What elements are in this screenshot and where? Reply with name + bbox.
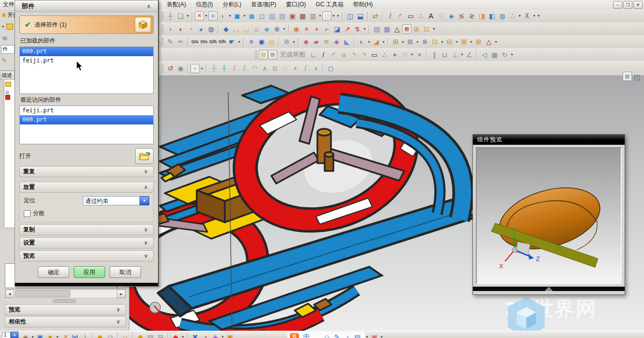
toolbar-icon[interactable]: ▾ xyxy=(204,11,208,21)
toolbar-icon[interactable]: ▾ xyxy=(494,37,498,47)
toolbar-icon[interactable]: ∴ xyxy=(507,11,518,21)
toolbar-icon[interactable]: ┼ xyxy=(209,63,219,74)
toolbar-icon[interactable]: ▨ xyxy=(267,11,277,21)
toolbar-icon[interactable]: ◍ xyxy=(206,24,216,34)
toolbar-icon[interactable]: ◉ xyxy=(291,24,301,34)
toolbar-icon[interactable]: ◡ xyxy=(231,24,241,34)
toolbar-icon[interactable]: ◔ xyxy=(186,24,196,34)
toolbar-icon[interactable]: ◆ xyxy=(301,37,311,47)
dependency-panel-bar[interactable]: 相依性 ∨ xyxy=(5,316,126,327)
toolbar-icon[interactable]: ≋ xyxy=(321,37,331,47)
toolbar-icon[interactable]: ▾ xyxy=(55,332,60,338)
toolbar-icon[interactable] xyxy=(206,64,207,73)
toolbar-icon[interactable]: ◆ xyxy=(171,332,181,338)
toolbar-icon[interactable]: ★ xyxy=(45,332,55,338)
toolbar-icon[interactable]: ▤ xyxy=(372,24,382,34)
navigator-tree[interactable]: ⊟ xyxy=(4,80,15,227)
toolbar-icon[interactable]: ┼ xyxy=(219,63,229,74)
toolbar-icon[interactable]: ◼ xyxy=(247,11,257,21)
toolbar-icon[interactable]: ◖ xyxy=(311,63,321,74)
toolbar-icon[interactable]: ▾ xyxy=(237,37,241,47)
toolbar-icon[interactable]: ≶ xyxy=(456,11,467,21)
toolbar-icon[interactable]: ▾ xyxy=(365,332,369,338)
toolbar-icon[interactable] xyxy=(367,12,368,20)
ime-icon[interactable]: ✎ xyxy=(332,332,342,338)
part-cube-button[interactable] xyxy=(135,17,151,32)
toolbar-icon[interactable]: ▾ xyxy=(331,11,336,21)
menu-item[interactable]: 帮助(H) xyxy=(348,0,378,10)
toolbar-icon[interactable]: ⌂ xyxy=(251,24,262,34)
toolbar-icon[interactable]: × xyxy=(301,24,312,34)
toolbar-icon[interactable]: ▾ xyxy=(532,11,536,21)
menu-file[interactable]: 文件( xyxy=(0,0,16,9)
toolbar-icon[interactable]: ◝ xyxy=(359,49,369,60)
toolbar-icon[interactable]: ◡ xyxy=(241,24,251,34)
ime-icon[interactable]: ▤ xyxy=(352,332,362,338)
toolbar-icon[interactable]: ▣ xyxy=(225,332,235,338)
toolbar-icon[interactable]: ◖ xyxy=(165,24,175,34)
window-control-button[interactable]: ✕ xyxy=(633,1,643,9)
toolbar-icon[interactable]: ▾ xyxy=(381,37,386,47)
list-item[interactable]: 000.prt xyxy=(20,115,153,124)
toolbar-icon[interactable]: ⊞ xyxy=(391,37,401,47)
component-dialog[interactable]: 部件 ∧ ✔ 选择部件 (1) 已加载的部件 000.prtfeiji.prt xyxy=(15,0,159,287)
toolbar-icon[interactable]: ◼ xyxy=(232,11,242,21)
part-combo-fragment[interactable]: 件 xyxy=(1,45,15,54)
toolbar-icon[interactable]: ▣ xyxy=(287,11,298,21)
toolbar-icon[interactable] xyxy=(117,333,118,338)
list-item[interactable]: feiji.prt xyxy=(20,56,153,65)
toolbar-icon[interactable]: ▨ xyxy=(259,50,268,59)
toolbar-icon[interactable] xyxy=(388,37,389,46)
toolbar-icon[interactable]: ⊥ xyxy=(80,332,90,338)
toolbar-grip[interactable] xyxy=(161,12,164,20)
toolbar-icon[interactable] xyxy=(188,64,188,73)
toolbar-icon[interactable]: △ xyxy=(392,24,402,34)
toolbar-icon[interactable]: ♡ xyxy=(400,49,410,60)
toolbar-icon[interactable]: ⋈ xyxy=(70,332,80,338)
toolbar-icon[interactable]: ▾ xyxy=(518,11,522,21)
toolbar-icon[interactable]: ◉ xyxy=(135,332,145,338)
toolbar-icon[interactable]: G/s xyxy=(190,37,200,47)
toolbar-icon[interactable]: ⊡ xyxy=(422,24,432,34)
toolbar-icon[interactable]: ◔ xyxy=(200,332,210,338)
toolbar-icon[interactable]: ⊟ xyxy=(156,332,166,338)
toolbar-icon[interactable]: O/h xyxy=(218,37,227,47)
toolbar-icon[interactable]: ⊙ xyxy=(270,63,280,74)
toolbar-icon[interactable]: ↺ xyxy=(165,63,175,74)
toolbar-icon[interactable]: O/s xyxy=(200,37,209,47)
toolbar-icon[interactable]: ▾ xyxy=(367,37,371,47)
toolbar-icon[interactable]: ▾ xyxy=(510,49,514,60)
toolbar-grip[interactable] xyxy=(255,50,257,59)
toolbar-icon[interactable]: ▤ xyxy=(145,332,156,338)
toolbar-icon[interactable] xyxy=(369,25,370,33)
toolbar-icon[interactable]: ∧ xyxy=(260,63,270,74)
layers-icon[interactable]: ≋ xyxy=(0,32,15,44)
toolbar-icon[interactable]: G/h xyxy=(208,37,218,47)
toolbar-icon[interactable]: ↯ xyxy=(352,24,362,34)
toolbar-icon[interactable]: ◕ xyxy=(196,24,206,34)
toolbar-icon[interactable]: / xyxy=(229,63,239,74)
toolbar-icon[interactable]: ♡ xyxy=(436,11,446,21)
toolbar-icon[interactable]: ↗ xyxy=(342,24,352,34)
window-control-button[interactable]: ❐ xyxy=(623,1,632,9)
toolbar-icon[interactable]: ▣ xyxy=(35,332,45,338)
toolbar-icon[interactable] xyxy=(192,12,193,20)
apply-button[interactable]: 应用 xyxy=(74,266,105,278)
toolbar-icon[interactable]: ▥ xyxy=(308,11,318,21)
toolbar-icon[interactable]: ◎ xyxy=(267,37,277,47)
toolbar-icon[interactable]: ▭ xyxy=(406,11,416,21)
settings-section-bar[interactable]: 设置 ∨ xyxy=(19,237,154,248)
toolbar-icon[interactable]: ◫ xyxy=(632,72,642,82)
toolbar-icon[interactable] xyxy=(426,50,427,59)
toolbar-icon[interactable] xyxy=(288,25,289,33)
toolbar-icon[interactable]: ⊞ xyxy=(411,24,422,34)
toolbar-icon[interactable]: ◍ xyxy=(497,11,507,21)
toolbar-icon[interactable]: ⊼ xyxy=(522,11,532,21)
toolbar-icon[interactable]: △ xyxy=(484,37,494,47)
scroll-right-button[interactable]: ▸ xyxy=(117,290,126,298)
chevron-down-icon[interactable]: ∨ xyxy=(112,307,125,313)
chevron-down-icon[interactable]: ∨ xyxy=(140,253,152,259)
toolbar-icon[interactable]: ▭ xyxy=(369,49,379,60)
toolbar-icon[interactable] xyxy=(243,37,244,46)
toolbar-icon[interactable]: ▩ xyxy=(623,72,632,81)
